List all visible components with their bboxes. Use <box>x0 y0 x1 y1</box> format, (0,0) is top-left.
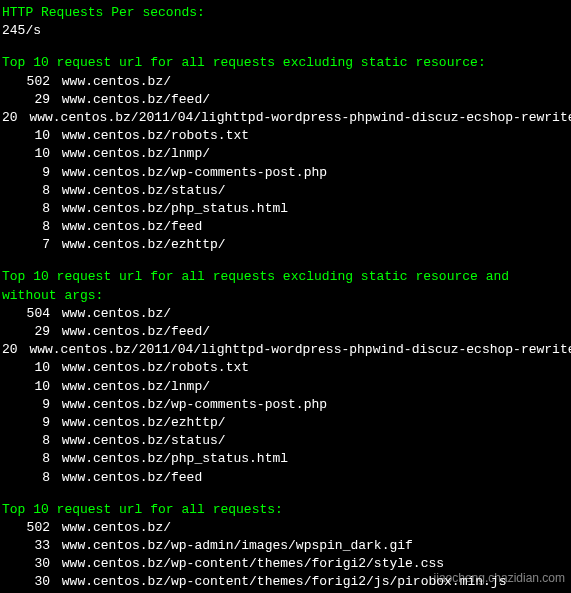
request-count: 504 <box>2 305 50 323</box>
row-list: 502 www.centos.bz/29 www.centos.bz/feed/… <box>2 73 569 255</box>
list-item: 10 www.centos.bz/lnmp/ <box>2 378 569 396</box>
request-count: 502 <box>2 519 50 537</box>
list-item: 8 www.centos.bz/feed <box>2 218 569 236</box>
section-heading: Top 10 request url for all requests excl… <box>2 268 569 304</box>
request-count: 9 <box>2 414 50 432</box>
request-count: 20 <box>2 109 18 127</box>
request-count: 10 <box>2 359 50 377</box>
list-item: 9 www.centos.bz/wp-comments-post.php <box>2 164 569 182</box>
section-heading: Top 10 request url for all requests: <box>2 501 569 519</box>
list-item: 10 www.centos.bz/robots.txt <box>2 359 569 377</box>
request-count: 10 <box>2 145 50 163</box>
list-item: 9 www.centos.bz/wp-comments-post.php <box>2 396 569 414</box>
request-url: www.centos.bz/lnmp/ <box>50 145 210 163</box>
request-url: www.centos.bz/2011/04/lighttpd-wordpress… <box>18 109 571 127</box>
request-url: www.centos.bz/lnmp/ <box>50 378 210 396</box>
list-item: 502 www.centos.bz/ <box>2 519 569 537</box>
request-count: 8 <box>2 182 50 200</box>
request-count: 30 <box>2 555 50 573</box>
http-requests-heading: HTTP Requests Per seconds: <box>2 4 569 22</box>
request-url: www.centos.bz/ <box>50 73 171 91</box>
list-item: 10 www.centos.bz/lnmp/ <box>2 145 569 163</box>
list-item: 9 www.centos.bz/ezhttp/ <box>2 414 569 432</box>
list-item: 33 www.centos.bz/wp-admin/images/wpspin_… <box>2 537 569 555</box>
list-item: 7 www.centos.bz/ezhttp/ <box>2 236 569 254</box>
watermark-text: jiaocheng.chazidian.com <box>434 570 565 587</box>
request-url: www.centos.bz/wp-content/themes/forigi2/… <box>50 555 444 573</box>
list-item: 8 www.centos.bz/feed <box>2 469 569 487</box>
http-requests-value: 245/s <box>2 22 569 40</box>
list-item: 8 www.centos.bz/status/ <box>2 182 569 200</box>
request-url: www.centos.bz/ <box>50 519 171 537</box>
list-item: 10 www.centos.bz/robots.txt <box>2 127 569 145</box>
request-url: www.centos.bz/feed/ <box>50 323 210 341</box>
request-url: www.centos.bz/wp-admin/images/wpspin_dar… <box>50 537 413 555</box>
request-url: www.centos.bz/ezhttp/ <box>50 236 226 254</box>
section-heading: Top 10 request url for all requests excl… <box>2 54 569 72</box>
list-item: 29 www.centos.bz/feed/ <box>2 91 569 109</box>
list-item: 504 www.centos.bz/ <box>2 305 569 323</box>
list-item: 20 www.centos.bz/2011/04/lighttpd-wordpr… <box>2 341 569 359</box>
request-count: 10 <box>2 378 50 396</box>
request-url: www.centos.bz/ <box>50 305 171 323</box>
request-url: www.centos.bz/wp-comments-post.php <box>50 164 327 182</box>
http-requests-section: HTTP Requests Per seconds: 245/s <box>2 4 569 40</box>
request-url: www.centos.bz/wp-comments-post.php <box>50 396 327 414</box>
request-url: www.centos.bz/feed <box>50 218 202 236</box>
request-count: 8 <box>2 432 50 450</box>
request-count: 30 <box>2 573 50 591</box>
request-count: 20 <box>2 341 18 359</box>
request-count: 8 <box>2 200 50 218</box>
request-url: www.centos.bz/robots.txt <box>50 127 249 145</box>
request-count: 10 <box>2 127 50 145</box>
list-item: 29 www.centos.bz/feed/ <box>2 323 569 341</box>
list-item: 20 www.centos.bz/2011/04/lighttpd-wordpr… <box>2 109 569 127</box>
request-count: 9 <box>2 396 50 414</box>
request-count: 29 <box>2 91 50 109</box>
request-count: 8 <box>2 450 50 468</box>
list-item: 8 www.centos.bz/php_status.html <box>2 200 569 218</box>
request-url: www.centos.bz/status/ <box>50 432 226 450</box>
list-item: 502 www.centos.bz/ <box>2 73 569 91</box>
section-exclude-static: Top 10 request url for all requests excl… <box>2 54 569 254</box>
request-url: www.centos.bz/feed/ <box>50 91 210 109</box>
request-count: 7 <box>2 236 50 254</box>
list-item: 8 www.centos.bz/status/ <box>2 432 569 450</box>
request-url: www.centos.bz/php_status.html <box>50 200 288 218</box>
request-url: www.centos.bz/status/ <box>50 182 226 200</box>
row-list: 504 www.centos.bz/29 www.centos.bz/feed/… <box>2 305 569 487</box>
request-count: 8 <box>2 218 50 236</box>
list-item: 8 www.centos.bz/php_status.html <box>2 450 569 468</box>
request-count: 8 <box>2 469 50 487</box>
request-url: www.centos.bz/2011/04/lighttpd-wordpress… <box>18 341 571 359</box>
request-count: 33 <box>2 537 50 555</box>
request-url: www.centos.bz/php_status.html <box>50 450 288 468</box>
request-count: 502 <box>2 73 50 91</box>
request-url: www.centos.bz/robots.txt <box>50 359 249 377</box>
request-url: www.centos.bz/ezhttp/ <box>50 414 226 432</box>
request-count: 9 <box>2 164 50 182</box>
request-count: 29 <box>2 323 50 341</box>
request-url: www.centos.bz/feed <box>50 469 202 487</box>
section-exclude-static-noargs: Top 10 request url for all requests excl… <box>2 268 569 486</box>
